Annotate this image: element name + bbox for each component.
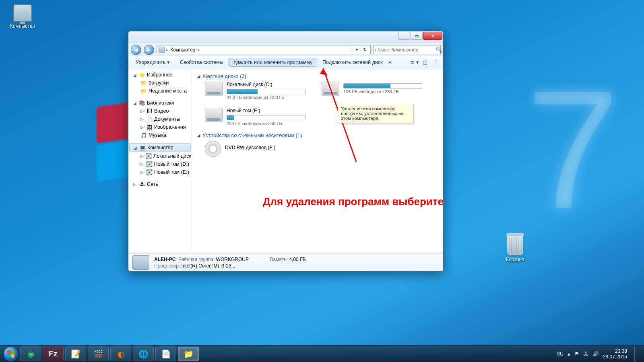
tree-network[interactable]: ▷🖧Сеть <box>128 180 192 188</box>
dvd-icon <box>205 141 221 157</box>
breadcrumb-computer[interactable]: Компьютер <box>169 47 197 53</box>
tree-pictures[interactable]: ▷🖼Изображения <box>128 123 192 131</box>
preview-pane-button[interactable]: ◫ <box>421 58 429 67</box>
tray-up-icon[interactable]: ▴ <box>568 351 570 357</box>
breadcrumb-arrow-icon[interactable]: ▸ <box>197 47 200 52</box>
desktop-icon-computer[interactable]: Компьютер <box>6 4 39 29</box>
tree-libraries[interactable]: ◢📚Библиотеки <box>128 99 192 107</box>
explorer-window: ─ ▭ ✕ ◄ ► ▸ Компьютер ▸ ▾ ↻ 🔍 Упорядочит… <box>128 31 444 272</box>
desktop-icon-label: Компьютер <box>6 23 39 29</box>
drive-icon <box>205 108 223 122</box>
nav-tree: ◢⭐Избранное 📁Загрузки 📁Недавние места ◢📚… <box>128 68 192 253</box>
computer-icon <box>132 255 149 270</box>
forward-button[interactable]: ► <box>144 45 154 55</box>
uninstall-program-button[interactable]: Удалить или изменить программу <box>229 58 317 67</box>
breadcrumb-arrow-icon[interactable]: ▸ <box>165 47 169 52</box>
network-icon: 🖧 <box>139 181 145 187</box>
computer-icon <box>159 47 165 53</box>
start-button[interactable] <box>2 346 19 362</box>
organize-button[interactable]: Упорядочить ▾ <box>132 58 174 67</box>
drive-e[interactable]: Новый том (E:) 236 ГБ свободно из 259 ГБ <box>205 108 305 126</box>
language-indicator[interactable]: RU <box>557 351 564 357</box>
tree-documents[interactable]: ▷📄Документы <box>128 115 192 123</box>
taskbar-filezilla[interactable]: Fz <box>43 347 64 361</box>
taskbar-media[interactable]: 🎬 <box>88 347 109 361</box>
taskbar-app[interactable]: ◉ <box>20 347 41 361</box>
taskbar: ◉ Fz 📝 🎬 ◐ 🌐 📄 📁 RU ▴ ⚑ 🖧 🔊 23:38 28.07.… <box>0 345 644 362</box>
address-dropdown-icon[interactable]: ▾ <box>353 47 361 52</box>
drive-icon: 💽 <box>146 161 153 167</box>
drive-dvd[interactable]: DVD RW дисковод (F:) <box>205 141 305 157</box>
back-button[interactable]: ◄ <box>131 45 141 55</box>
tree-video[interactable]: ▷🎞Видео <box>128 107 192 115</box>
tree-favorites[interactable]: ◢⭐Избранное <box>128 71 192 79</box>
search-input[interactable] <box>375 47 436 53</box>
capacity-bar <box>227 115 305 120</box>
folder-icon: 📁 <box>140 88 147 94</box>
drive-d[interactable]: 105 ГБ свободно из 259 ГБ <box>322 82 422 100</box>
system-properties-button[interactable]: Свойства системы <box>176 58 227 67</box>
system-tray: RU ▴ ⚑ 🖧 🔊 23:38 28.07.2015 <box>557 346 642 362</box>
library-icon: 📚 <box>139 100 145 106</box>
tooltip: Удаление или изменение программ, установ… <box>338 104 413 123</box>
network-icon[interactable]: 🖧 <box>583 351 588 357</box>
desktop-icon-recycle[interactable]: Корзина <box>499 235 531 262</box>
content-pane: ◢Жесткие диски (3) Локальный диск (C:) 4… <box>192 68 443 253</box>
document-icon: 📄 <box>146 116 153 122</box>
tree-music[interactable]: 🎵Музыка <box>128 131 192 139</box>
minimize-button[interactable]: ─ <box>398 32 410 40</box>
annotation-text: Для удаления программ выберите <box>263 195 443 208</box>
taskbar-explorer[interactable]: 📁 <box>178 347 199 361</box>
nav-bar: ◄ ► ▸ Компьютер ▸ ▾ ↻ 🔍 <box>128 43 443 56</box>
titlebar[interactable]: ─ ▭ ✕ <box>128 31 443 43</box>
section-removable[interactable]: ◢Устройства со съемными носителями (1) <box>197 131 438 141</box>
picture-icon: 🖼 <box>146 124 153 130</box>
capacity-bar <box>227 89 305 94</box>
drive-icon <box>322 82 339 96</box>
capacity-bar <box>343 83 422 88</box>
taskbar-chrome[interactable]: 🌐 <box>133 347 154 361</box>
recycle-bin-icon <box>507 235 523 255</box>
refresh-button[interactable]: ↻ <box>361 47 369 52</box>
details-pane: ALEH-PC Рабочая группа: WORKGROUP Процес… <box>128 253 443 271</box>
help-button[interactable]: ❔ <box>431 58 440 67</box>
taskbar-app2[interactable]: ◐ <box>110 347 131 361</box>
folder-icon: 📁 <box>140 80 147 86</box>
tree-drive-e[interactable]: ▷💽Новый том (E:) <box>128 168 192 176</box>
tree-drive-c[interactable]: ▷💽Локальный диск (C:) <box>128 152 192 160</box>
tree-computer[interactable]: ◢💻Компьютер <box>129 143 191 152</box>
clock[interactable]: 23:38 28.07.2015 <box>603 348 627 360</box>
drive-icon: 💽 <box>145 153 152 159</box>
music-icon: 🎵 <box>140 132 147 138</box>
computer-icon: 💻 <box>139 144 146 151</box>
map-drive-button[interactable]: Подключить сетевой диск <box>318 58 386 67</box>
maximize-button[interactable]: ▭ <box>411 32 423 40</box>
star-icon: ⭐ <box>139 72 145 78</box>
taskbar-notepad[interactable]: 📝 <box>65 347 86 361</box>
toolbar-overflow-icon[interactable]: » <box>387 59 393 65</box>
view-options-button[interactable]: ≣ ▾ <box>410 58 419 67</box>
drive-icon: 💽 <box>146 169 153 175</box>
close-button[interactable]: ✕ <box>423 32 442 40</box>
search-box[interactable]: 🔍 <box>373 45 441 54</box>
drive-icon <box>205 82 223 96</box>
tree-downloads[interactable]: 📁Загрузки <box>128 79 192 87</box>
desktop-icon-label: Корзина <box>499 257 531 262</box>
drive-c[interactable]: Локальный диск (C:) 44,2 ГБ свободно из … <box>205 82 305 100</box>
show-desktop-button[interactable] <box>634 346 639 362</box>
search-icon[interactable]: 🔍 <box>436 47 442 53</box>
tree-recent[interactable]: 📁Недавние места <box>128 87 192 95</box>
action-center-icon[interactable]: ⚑ <box>574 351 579 357</box>
video-icon: 🎞 <box>146 108 153 114</box>
tree-drive-d[interactable]: ▷💽Новый том (D:) <box>128 160 192 168</box>
section-hard-disks[interactable]: ◢Жесткие диски (3) <box>197 72 438 82</box>
address-bar[interactable]: ▸ Компьютер ▸ ▾ ↻ <box>157 45 371 54</box>
taskbar-writer[interactable]: 📄 <box>155 347 176 361</box>
monitor-icon <box>13 4 32 22</box>
volume-icon[interactable]: 🔊 <box>592 351 599 357</box>
toolbar: Упорядочить ▾ Свойства системы Удалить и… <box>128 56 443 68</box>
wallpaper-seven: 7 <box>526 52 620 247</box>
